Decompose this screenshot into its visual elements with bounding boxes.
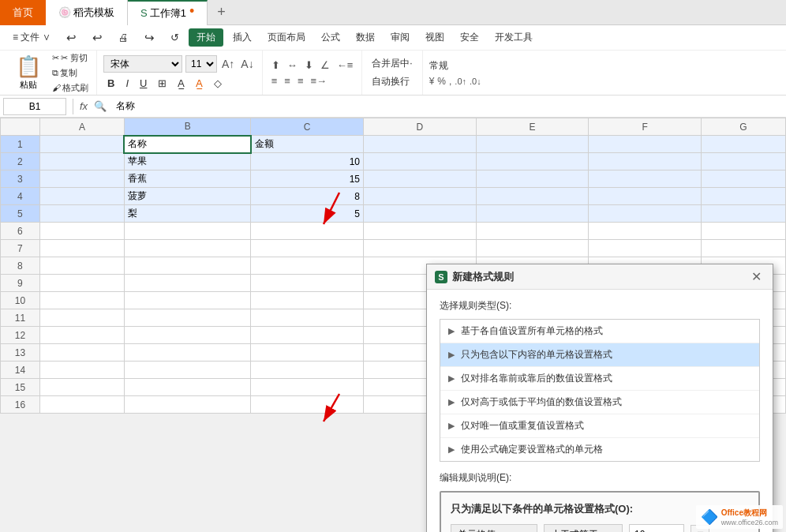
cell-f1[interactable] [589, 136, 702, 153]
row-header-7[interactable]: 7 [1, 240, 40, 257]
col-header-b[interactable]: B [124, 118, 250, 136]
row-header-1[interactable]: 1 [1, 136, 40, 153]
cell-e4[interactable] [476, 188, 589, 205]
menu-start[interactable]: 开始 [189, 28, 223, 47]
rule-item-1[interactable]: ▶ 基于各自值设置所有单元格的格式 [440, 320, 759, 343]
col-header-d[interactable]: D [364, 118, 477, 136]
font-color-button[interactable]: A̲ [192, 76, 207, 91]
cell-reference-input[interactable] [3, 98, 66, 115]
font-name-select[interactable]: 宋体 [103, 55, 182, 73]
condition-op-select[interactable]: 小于或等于 [544, 524, 623, 532]
row-header-10[interactable]: 10 [1, 292, 40, 309]
cell-a2[interactable] [39, 153, 124, 170]
cell-e3[interactable] [476, 170, 589, 188]
indent-increase-button[interactable]: ≡→ [308, 74, 329, 88]
bold-button[interactable]: B [103, 76, 118, 91]
menu-formula[interactable]: 公式 [315, 29, 346, 46]
text-angle-button[interactable]: ∠ [318, 58, 332, 72]
paste-button[interactable]: 📋 粘贴 [9, 51, 47, 94]
menu-print[interactable]: 🖨 [112, 30, 135, 45]
border-button[interactable]: ⊞ [154, 76, 170, 91]
cell-a1[interactable] [39, 136, 124, 153]
cell-c4[interactable]: 8 [251, 188, 364, 205]
menu-redo2[interactable]: ↺ [164, 30, 185, 45]
cell-f3[interactable] [589, 170, 702, 188]
row-header-15[interactable]: 15 [1, 379, 40, 396]
cell-c3[interactable]: 15 [251, 170, 364, 188]
format-painter-button[interactable]: 🖌 格式刷 [51, 81, 90, 95]
add-tab-button[interactable]: + [208, 4, 235, 21]
cell-a4[interactable] [39, 188, 124, 205]
align-top-button[interactable]: ⬆ [269, 58, 283, 72]
row-header-5[interactable]: 5 [1, 205, 40, 223]
font-shrink-button[interactable]: A↓ [239, 58, 255, 70]
menu-page-layout[interactable]: 页面布局 [261, 29, 312, 46]
row-header-6[interactable]: 6 [1, 223, 40, 240]
menu-data[interactable]: 数据 [350, 29, 381, 46]
cell-a5[interactable] [39, 205, 124, 223]
menu-undo2[interactable]: ↩ [86, 29, 109, 47]
col-header-a[interactable]: A [39, 118, 124, 136]
cell-c2[interactable]: 10 [251, 153, 364, 170]
rule-item-6[interactable]: ▶ 使用公式确定要设置格式的单元格 [440, 438, 759, 461]
strikethrough-button[interactable]: ◇ [210, 76, 226, 91]
fill-color-button[interactable]: A̲ [174, 76, 189, 91]
col-header-c[interactable]: C [251, 118, 364, 136]
cell-c5[interactable]: 5 [251, 205, 364, 223]
cell-b5[interactable]: 梨 [124, 205, 250, 223]
cell-e1[interactable] [476, 136, 589, 153]
condition-value-input[interactable] [629, 524, 684, 532]
font-grow-button[interactable]: A↑ [220, 58, 236, 70]
cell-d2[interactable] [364, 153, 477, 170]
cell-b3[interactable]: 香蕉 [124, 170, 250, 188]
cell-b4[interactable]: 菠萝 [124, 188, 250, 205]
cell-g2[interactable] [701, 153, 785, 170]
cell-g1[interactable] [701, 136, 785, 153]
row-header-11[interactable]: 11 [1, 309, 40, 327]
align-bottom-button[interactable]: ⬇ [302, 58, 316, 72]
cell-c1[interactable]: 金额 [251, 136, 364, 153]
menu-insert[interactable]: 插入 [226, 29, 258, 46]
rule-item-5[interactable]: ▶ 仅对唯一值或重复值设置格式 [440, 414, 759, 438]
cell-f4[interactable] [589, 188, 702, 205]
cell-d5[interactable] [364, 205, 477, 223]
align-middle-button[interactable]: ↔ [285, 58, 300, 72]
cut-button[interactable]: ✂ ✂ 剪切 [51, 51, 90, 65]
cell-b1[interactable]: 名称 [124, 136, 250, 153]
row-header-8[interactable]: 8 [1, 257, 40, 275]
menu-security[interactable]: 安全 [454, 29, 485, 46]
tab-home[interactable]: 首页 [0, 0, 46, 25]
cell-g5[interactable] [701, 205, 785, 223]
italic-button[interactable]: I [122, 76, 133, 91]
menu-file[interactable]: ≡ 文件 ∨ [6, 29, 57, 46]
cell-g4[interactable] [701, 188, 785, 205]
cell-f2[interactable] [589, 153, 702, 170]
cell-e5[interactable] [476, 205, 589, 223]
menu-review[interactable]: 审阅 [384, 29, 416, 46]
cell-f5[interactable] [589, 205, 702, 223]
cell-e2[interactable] [476, 153, 589, 170]
menu-undo1[interactable]: ↩ [60, 29, 83, 47]
cell-d1[interactable] [364, 136, 477, 153]
row-header-14[interactable]: 14 [1, 362, 40, 379]
condition-type-select[interactable]: 单元格值 [451, 524, 537, 532]
cell-d3[interactable] [364, 170, 477, 188]
align-left-button[interactable]: ≡ [269, 74, 280, 88]
tab-workbook[interactable]: S 工作簿1 • [128, 0, 208, 25]
align-center-button[interactable]: ≡ [282, 74, 293, 88]
underline-button[interactable]: U [136, 76, 151, 91]
menu-dev[interactable]: 开发工具 [488, 29, 539, 46]
row-header-12[interactable]: 12 [1, 327, 40, 344]
col-header-f[interactable]: F [589, 118, 702, 136]
font-size-select[interactable]: 11 [185, 55, 217, 73]
row-header-3[interactable]: 3 [1, 170, 40, 188]
cell-d4[interactable] [364, 188, 477, 205]
col-header-g[interactable]: G [701, 118, 785, 136]
rule-item-4[interactable]: ▶ 仅对高于或低于平均值的数值设置格式 [440, 391, 759, 414]
indent-decrease-button[interactable]: ←≡ [335, 58, 356, 72]
cell-g3[interactable] [701, 170, 785, 188]
wrap-text-button[interactable]: 自动换行 [369, 73, 415, 90]
row-header-4[interactable]: 4 [1, 188, 40, 205]
tab-template[interactable]: 🍥 稻壳模板 [46, 0, 128, 25]
merge-center-button[interactable]: 合并居中· [369, 55, 415, 72]
